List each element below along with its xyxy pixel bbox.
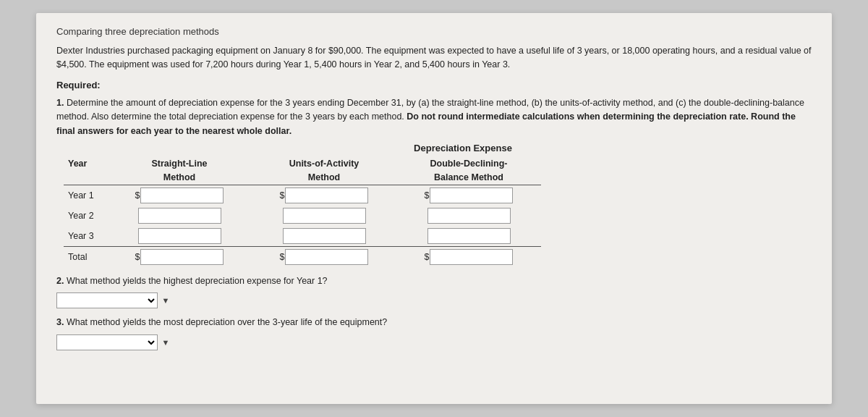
year1-ddb-input[interactable] — [430, 188, 513, 203]
q3-dropdown-container: Straight-Line Method Units-of-Activity M… — [56, 334, 812, 350]
total-sl-input[interactable] — [140, 249, 224, 265]
year3-ua-cell — [252, 226, 396, 247]
year2-ddb-cell — [396, 206, 541, 226]
q2-text-content: What method yields the highest depreciat… — [67, 276, 328, 286]
depreciation-table-container: Depreciation Expense Year Straight-Line … — [56, 143, 812, 267]
required-label: Required: — [56, 80, 812, 90]
year3-ua-input[interactable] — [283, 228, 366, 244]
table-main-header: Depreciation Expense — [114, 143, 812, 153]
depreciation-table: Year Straight-Line Units-of-Activity Dou… — [64, 156, 541, 267]
q2-number: 2. — [56, 276, 64, 286]
table-row: Year 1 $ $ — [64, 185, 541, 206]
total-ddb-cell: $ — [396, 246, 541, 267]
year1-sl-cell: $ — [107, 185, 252, 206]
col2-header-line1: Units-of-Activity — [252, 156, 396, 170]
col1-header-line1: Straight-Line — [107, 156, 252, 170]
total-label: Total — [64, 246, 107, 267]
dollar-sign: $ — [425, 252, 430, 262]
q3-dropdown[interactable]: Straight-Line Method Units-of-Activity M… — [56, 334, 158, 350]
dollar-sign: $ — [135, 252, 140, 262]
col3-header-line2: Balance Method — [396, 170, 541, 185]
question1-text: 1. Determine the amount of depreciation … — [56, 96, 812, 138]
year2-sl-cell — [107, 206, 252, 226]
table-row: Year 3 — [64, 226, 541, 247]
col1-header-line2: Method — [107, 170, 252, 185]
dollar-sign: $ — [280, 252, 285, 262]
col2-header-line2: Method — [252, 170, 396, 185]
q3-text-content: What method yields the most depreciation… — [67, 317, 387, 327]
q3-text: 3. What method yields the most depreciat… — [56, 316, 812, 329]
year3-label: Year 3 — [64, 226, 107, 247]
intro-text: Dexter Industries purchased packaging eq… — [56, 44, 812, 72]
q2-text: 2. What method yields the highest deprec… — [56, 274, 812, 288]
question3-block: 3. What method yields the most depreciat… — [56, 316, 812, 350]
total-ua-cell: $ — [252, 246, 396, 267]
total-ddb-input[interactable] — [430, 249, 513, 265]
dollar-sign: $ — [135, 190, 140, 201]
table-row: Year 2 — [64, 206, 541, 226]
year3-sl-cell — [107, 226, 252, 247]
year-header-empty2 — [64, 170, 107, 185]
year2-ua-cell — [252, 206, 396, 226]
q3-dropdown-arrow: ▼ — [161, 338, 169, 347]
year1-label: Year 1 — [64, 185, 107, 206]
main-page: Comparing three depreciation methods Dex… — [36, 13, 832, 404]
q2-dropdown-arrow: ▼ — [161, 296, 169, 305]
total-sl-cell: $ — [107, 246, 252, 267]
q1-number: 1. — [56, 98, 64, 108]
year1-ua-cell: $ — [252, 185, 396, 206]
total-ua-input[interactable] — [285, 249, 368, 265]
page-title: Comparing three depreciation methods — [56, 26, 812, 37]
year3-ddb-input[interactable] — [427, 228, 511, 244]
q3-number: 3. — [56, 317, 64, 327]
year2-ua-input[interactable] — [283, 208, 366, 224]
question2-block: 2. What method yields the highest deprec… — [56, 274, 812, 308]
q2-dropdown-container: Straight-Line Method Units-of-Activity M… — [56, 292, 812, 308]
col3-header-line1: Double-Declining- — [396, 156, 541, 170]
dollar-sign: $ — [280, 190, 285, 201]
year-header-empty: Year — [64, 156, 107, 170]
year2-sl-input[interactable] — [138, 208, 221, 224]
q2-dropdown[interactable]: Straight-Line Method Units-of-Activity M… — [56, 292, 158, 308]
table-row-total: Total $ $ — [64, 246, 541, 267]
year1-ddb-cell: $ — [396, 185, 541, 206]
dollar-sign: $ — [425, 190, 430, 201]
question1-block: 1. Determine the amount of depreciation … — [56, 96, 812, 267]
year1-ua-input[interactable] — [285, 188, 368, 203]
year2-ddb-input[interactable] — [427, 208, 511, 224]
year2-label: Year 2 — [64, 206, 107, 226]
year3-ddb-cell — [396, 226, 541, 247]
year1-sl-input[interactable] — [140, 188, 224, 203]
year3-sl-input[interactable] — [138, 228, 221, 244]
